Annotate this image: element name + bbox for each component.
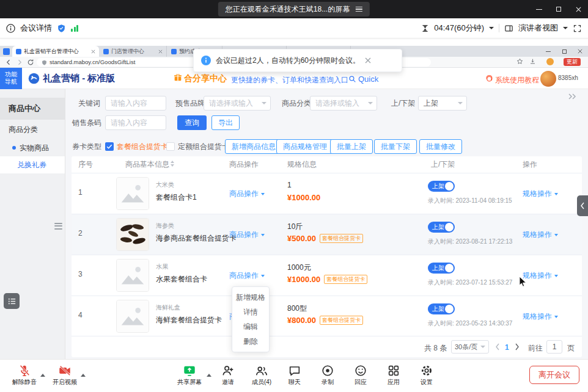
panel-expand-handle[interactable] xyxy=(577,195,588,216)
window-controls xyxy=(529,0,588,18)
forward-icon[interactable] xyxy=(16,59,23,66)
product-action-link[interactable]: 商品操作 xyxy=(229,189,265,199)
sidebar-item-physical-goods[interactable]: 实物商品 xyxy=(0,139,65,156)
view-chevron-down-icon[interactable] xyxy=(563,27,568,29)
shelf-toggle[interactable]: 上架 xyxy=(428,222,455,233)
checkbox-package-card[interactable] xyxy=(105,142,114,151)
video-options-caret[interactable] xyxy=(81,374,86,377)
leave-meeting-button[interactable]: 离开会议 xyxy=(529,366,579,384)
sidebar-item-category[interactable]: 商品分类 xyxy=(0,120,65,139)
smiley-icon xyxy=(354,364,367,377)
batch-off-shelf-button[interactable]: 批量下架 xyxy=(374,139,417,154)
collapse-chevrons-icon[interactable] xyxy=(568,93,576,100)
mic-off-icon xyxy=(18,364,31,377)
spec-manage-button[interactable]: 商品规格管理 xyxy=(276,139,334,154)
apps-button[interactable]: 应用 xyxy=(380,364,407,387)
spec-action-link[interactable]: 规格操作 xyxy=(523,270,558,281)
menu-item-delete[interactable]: 删除 xyxy=(232,334,269,349)
view-mode-button[interactable]: 演讲者视图 xyxy=(518,23,558,34)
checkbox-package-card-label[interactable]: 套餐组合提货卡 xyxy=(117,139,168,154)
tab-close-icon[interactable] xyxy=(158,49,163,54)
col-no: 序号 xyxy=(78,156,93,173)
spec-action-link[interactable]: 规格操作 xyxy=(523,311,558,322)
unmute-button[interactable]: 解除静音 xyxy=(7,364,42,387)
shelf-toggle[interactable]: 上架 xyxy=(428,263,455,274)
toast-close-icon[interactable] xyxy=(365,57,371,64)
minimize-button[interactable] xyxy=(529,0,549,18)
goto-page-input[interactable]: 1 xyxy=(546,340,562,354)
menu-item-detail[interactable]: 详情 xyxy=(232,305,269,319)
product-image xyxy=(116,259,149,292)
username[interactable]: 8385xh xyxy=(558,74,585,82)
spec-action-link[interactable]: 规格操作 xyxy=(523,230,558,240)
bookmark-star-icon[interactable] xyxy=(516,58,523,65)
maximize-button[interactable] xyxy=(549,0,568,18)
mic-options-caret[interactable] xyxy=(40,374,45,377)
browser-logo-icon[interactable] xyxy=(3,48,10,55)
shelf-toggle[interactable]: 上架 xyxy=(428,181,455,192)
function-nav-button[interactable]: 功能 导航 xyxy=(0,68,22,89)
menu-item-add-spec[interactable]: 新增规格 xyxy=(232,290,269,305)
product-action-link-open[interactable]: 商品操作 xyxy=(229,270,265,281)
react-button[interactable]: 回应 xyxy=(347,364,374,387)
invite-button[interactable]: 邀请 xyxy=(215,364,241,387)
tutorial-link[interactable]: 系统使用教程 xyxy=(495,75,539,85)
annotation-tool-button[interactable] xyxy=(4,293,20,309)
current-page[interactable]: 1 xyxy=(505,343,509,352)
fullscreen-icon[interactable] xyxy=(573,24,582,33)
add-product-button[interactable]: 新增商品信息 xyxy=(225,139,282,154)
browser-tab-active[interactable]: 礼盒营销平台管理中心 xyxy=(12,46,99,57)
next-page-icon[interactable] xyxy=(515,343,520,350)
barcode-input[interactable] xyxy=(105,115,166,130)
browser-maximize-button[interactable] xyxy=(556,46,572,57)
close-icon xyxy=(578,49,582,54)
menu-item-edit[interactable]: 编辑 xyxy=(232,319,269,334)
sidebar-item-gift-voucher[interactable]: 兑换礼券 xyxy=(0,156,65,173)
refresh-icon[interactable] xyxy=(27,59,34,66)
meeting-details-button[interactable]: 会议详情 xyxy=(20,23,52,34)
shelf-toggle[interactable]: 上架 xyxy=(428,303,455,314)
search-button[interactable]: 查询 xyxy=(177,115,207,130)
category-select[interactable]: 请选择或输入 xyxy=(310,96,377,111)
browser-minimize-button[interactable] xyxy=(540,46,556,57)
sort-icon[interactable] xyxy=(171,161,174,167)
sidebar-collapse-icon[interactable] xyxy=(54,221,62,231)
batch-on-shelf-button[interactable]: 批量上架 xyxy=(330,139,373,154)
batch-edit-button[interactable]: 批量修改 xyxy=(419,139,462,154)
share-options-caret[interactable] xyxy=(207,374,211,377)
update-badge[interactable]: 更新 xyxy=(564,58,581,66)
brand-select[interactable]: 请选择或输入 xyxy=(204,96,271,111)
settings-button[interactable]: 设置 xyxy=(413,364,440,387)
record-button[interactable]: 录制 xyxy=(314,364,341,387)
prev-page-icon[interactable] xyxy=(495,343,500,350)
members-button[interactable]: 成员(4) xyxy=(246,364,277,387)
page-size-select[interactable]: 30条/页 xyxy=(451,340,489,354)
browser-close-button[interactable] xyxy=(572,46,588,57)
quick-search-link[interactable]: Quick xyxy=(358,74,378,84)
product-action-link[interactable]: 商品操作 xyxy=(229,230,265,240)
shield-check-icon[interactable] xyxy=(57,24,66,33)
user-avatar[interactable] xyxy=(540,71,556,87)
spec-action-link[interactable]: 规格操作 xyxy=(523,189,558,199)
checkbox-quota-card[interactable] xyxy=(166,142,175,151)
image-placeholder-icon xyxy=(117,178,149,209)
shelf-select[interactable]: 上架 xyxy=(418,96,467,111)
tab-close-icon[interactable] xyxy=(91,49,95,54)
browser-profile-icon[interactable] xyxy=(546,58,554,65)
gear-icon xyxy=(420,364,433,377)
browser-tab[interactable]: 门店管理中心 xyxy=(100,46,167,57)
keyword-input[interactable] xyxy=(105,96,166,111)
checkbox-quota-card-label[interactable]: 定额组合提货卡 xyxy=(178,139,229,154)
banner-menu-icon[interactable] xyxy=(356,5,362,13)
start-video-button[interactable]: 开启视频 xyxy=(48,364,82,387)
close-button[interactable] xyxy=(568,0,588,18)
download-icon[interactable] xyxy=(529,58,536,65)
timer-chevron-down-icon[interactable] xyxy=(489,27,494,29)
back-icon[interactable] xyxy=(5,59,12,66)
export-button[interactable]: 导出 xyxy=(211,115,240,130)
share-screen-button[interactable]: 共享屏幕 xyxy=(174,364,205,387)
share-center-link[interactable]: 合分享中心 xyxy=(184,73,227,84)
chat-button[interactable]: 聊天 xyxy=(281,364,308,387)
notification-text: 会议已超过2人，自动转为60分钟限时会议。 xyxy=(216,56,360,66)
network-signal-icon[interactable] xyxy=(71,24,78,32)
